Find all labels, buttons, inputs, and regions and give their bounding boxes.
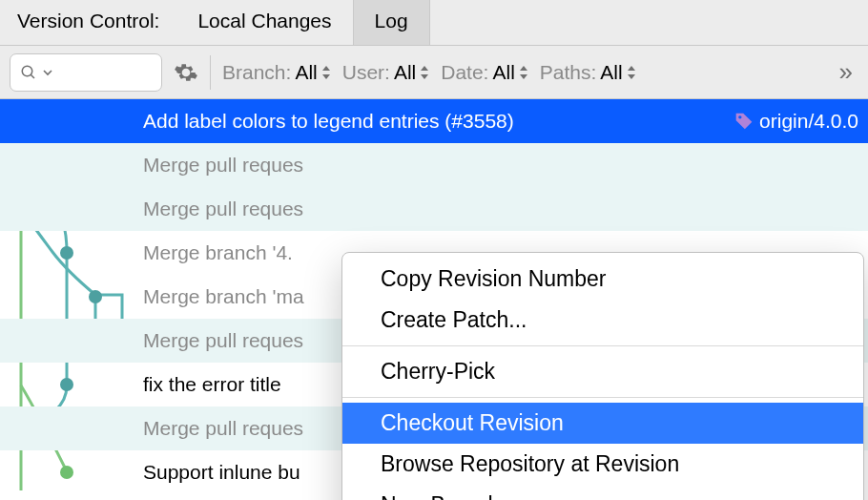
vcs-tabbar: Version Control: Local Changes Log: [0, 0, 868, 46]
menu-copy-revision[interactable]: Copy Revision Number: [342, 259, 863, 300]
search-input[interactable]: [10, 53, 162, 92]
svg-point-0: [22, 66, 32, 76]
menu-separator: [342, 397, 863, 398]
filter-user-value: All: [394, 61, 416, 84]
commit-message: Support inlune bu: [143, 461, 300, 484]
commit-message: Add label colors to legend entries (#355…: [143, 110, 514, 133]
filter-date[interactable]: Date: All: [441, 61, 528, 84]
commit-log: Add label colors to legend entries (#355…: [0, 99, 868, 494]
search-icon: [20, 64, 37, 81]
commit-message: Merge branch 'ma: [143, 285, 304, 308]
tag-icon: [734, 112, 754, 131]
menu-new-branch[interactable]: New Branch...: [342, 485, 863, 500]
filter-date-label: Date:: [441, 61, 488, 84]
commit-message: Merge pull reques: [143, 198, 303, 220]
sort-icon: [321, 66, 331, 79]
commit-message: Merge pull reques: [143, 329, 303, 352]
branch-tag-label: origin/4.0.0: [759, 110, 858, 133]
commit-message: Merge pull reques: [143, 417, 303, 440]
menu-cherry-pick[interactable]: Cherry-Pick: [342, 351, 863, 392]
branch-tag: origin/4.0.0: [734, 110, 858, 133]
sort-icon: [420, 66, 429, 79]
commit-message: Merge branch '4.: [143, 241, 293, 264]
gear-icon[interactable]: [174, 60, 198, 85]
filter-paths-label: Paths:: [540, 61, 597, 84]
filter-branch-label: Branch:: [222, 61, 291, 84]
svg-line-1: [31, 74, 34, 78]
menu-browse-repo[interactable]: Browse Repository at Revision: [342, 444, 863, 485]
chevron-down-icon: [43, 68, 52, 77]
sort-icon: [519, 66, 528, 79]
tab-log[interactable]: Log: [353, 0, 430, 45]
commit-row[interactable]: Merge pull reques: [0, 143, 868, 187]
commit-message: Merge pull reques: [143, 154, 303, 177]
filter-user-label: User:: [342, 61, 390, 84]
filter-paths[interactable]: Paths: All: [540, 61, 636, 84]
commit-row-selected[interactable]: Add label colors to legend entries (#355…: [0, 99, 868, 143]
filter-user[interactable]: User: All: [342, 61, 430, 84]
menu-create-patch[interactable]: Create Patch...: [342, 300, 863, 341]
menu-checkout-revision[interactable]: Checkout Revision: [342, 403, 863, 444]
separator: [210, 55, 211, 90]
tab-local-changes[interactable]: Local Changes: [176, 0, 352, 45]
vcs-title: Version Control:: [0, 0, 176, 45]
filter-paths-value: All: [600, 61, 622, 84]
commit-row[interactable]: Merge pull reques: [0, 187, 868, 231]
filter-branch-value: All: [295, 61, 317, 84]
filter-branch[interactable]: Branch: All: [222, 61, 331, 84]
overflow-button[interactable]: »: [839, 57, 858, 87]
filter-date-value: All: [492, 61, 514, 84]
log-toolbar: Branch: All User: All Date: All Paths: A…: [0, 46, 868, 99]
commit-message: fix the error title: [143, 373, 281, 396]
menu-separator: [342, 345, 863, 346]
sort-icon: [627, 66, 636, 79]
context-menu: Copy Revision Number Create Patch... Che…: [341, 252, 864, 500]
